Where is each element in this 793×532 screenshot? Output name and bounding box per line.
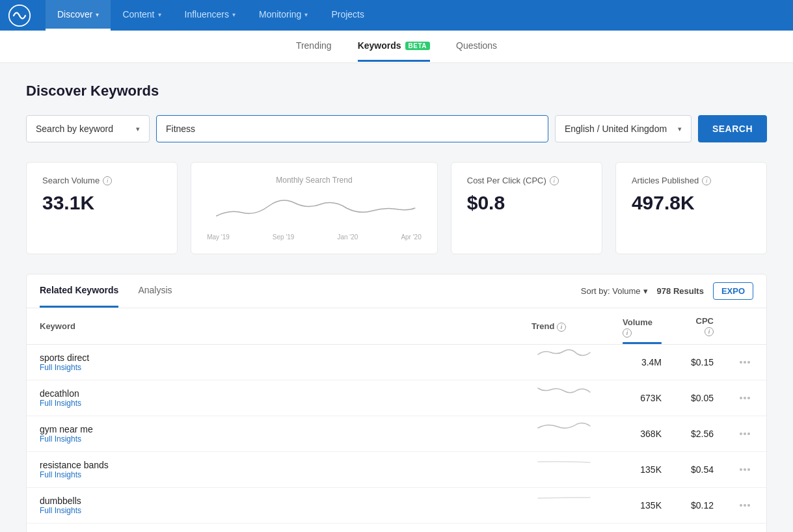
top-navigation: Discover ▾ Content ▾ Influencers ▾ Monit… xyxy=(0,0,793,31)
more-button-3[interactable] xyxy=(740,432,753,435)
logo[interactable] xyxy=(7,3,33,29)
nav-label-monitoring: Monitoring xyxy=(259,9,301,20)
articles-info-icon[interactable]: i xyxy=(702,176,711,185)
full-insights-link-2[interactable]: Full Insights xyxy=(40,399,505,416)
full-insights-link-3[interactable]: Full Insights xyxy=(40,434,505,451)
dot xyxy=(744,397,746,399)
language-label: English / United Kingdom xyxy=(565,124,667,134)
full-insights-link-4[interactable]: Full Insights xyxy=(40,470,505,487)
volume-sort-indicator xyxy=(623,342,662,344)
cpc-cell-1: $0.15 xyxy=(675,345,727,380)
cpc-cell-4: $0.54 xyxy=(675,452,727,488)
stat-card-cpc: Cost Per Click (CPC) i $0.8 xyxy=(451,162,602,254)
cpc-info-icon[interactable]: i xyxy=(550,176,559,185)
articles-label: Articles Published i xyxy=(632,176,751,185)
content-chevron-icon: ▾ xyxy=(158,11,161,18)
search-volume-label: Search Volume i xyxy=(42,176,161,185)
tab-questions[interactable]: Questions xyxy=(456,31,497,62)
trend-chart-title: Monthly Search Trend xyxy=(207,176,422,185)
cpc-cell-3: $2.56 xyxy=(675,416,727,452)
trend-sparkline-6 xyxy=(535,524,593,532)
tab-keywords-label: Keywords xyxy=(358,40,401,51)
keyword-name-2: decathlon xyxy=(40,380,505,399)
more-button-5[interactable] xyxy=(740,504,753,507)
sort-by-dropdown[interactable]: Sort by: Volume ▾ xyxy=(581,286,648,296)
language-dropdown[interactable]: English / United Kingdom ▾ xyxy=(555,115,692,142)
table-tabs: Related Keywords Analysis Sort by: Volum… xyxy=(27,274,766,308)
table-row: dumbbells Full Insights 135K $0.12 xyxy=(27,488,766,524)
nav-item-monitoring[interactable]: Monitoring ▾ xyxy=(247,0,319,31)
dot xyxy=(740,361,742,364)
cpc-label: Cost Per Click (CPC) i xyxy=(467,176,586,185)
more-cell-1 xyxy=(727,345,766,380)
col-header-more xyxy=(727,308,766,345)
trend-cell-2 xyxy=(518,380,610,400)
col-header-volume: Volume i xyxy=(610,308,675,345)
beta-badge: BETA xyxy=(405,42,430,50)
trend-sparkline-1 xyxy=(535,345,593,364)
nav-label-content: Content xyxy=(122,9,154,20)
keyword-name-3: gym near me xyxy=(40,416,505,434)
tab-trending[interactable]: Trending xyxy=(296,31,332,62)
stat-card-search-volume: Search Volume i 33.1K xyxy=(26,162,178,254)
language-chevron-icon: ▾ xyxy=(678,125,682,133)
table-row: sports direct Full Insights 3.4M $0.15 xyxy=(27,345,766,380)
nav-item-projects[interactable]: Projects xyxy=(319,0,376,31)
dot xyxy=(740,397,742,399)
table-controls: Sort by: Volume ▾ 978 Results EXPO xyxy=(581,276,753,306)
nav-item-content[interactable]: Content ▾ xyxy=(111,0,172,31)
trend-col-info-icon[interactable]: i xyxy=(557,323,566,332)
keyword-cell-5: dumbbells Full Insights xyxy=(27,488,518,524)
search-type-label: Search by keyword xyxy=(36,124,113,134)
search-button[interactable]: SEARCH xyxy=(698,115,767,142)
volume-cell-5: 135K xyxy=(610,488,675,524)
more-cell-2 xyxy=(727,380,766,416)
page-title: Discover Keywords xyxy=(26,83,767,100)
nav-item-discover[interactable]: Discover ▾ xyxy=(46,0,111,31)
col-header-keyword: Keyword xyxy=(27,308,518,345)
trend-cell-4 xyxy=(518,452,610,472)
keyword-name-4: resistance bands xyxy=(40,452,505,470)
dot xyxy=(744,361,746,364)
full-insights-link-5[interactable]: Full Insights xyxy=(40,506,505,523)
tab-questions-label: Questions xyxy=(456,40,497,51)
dot xyxy=(740,504,742,507)
keyword-name-1: sports direct xyxy=(40,345,505,363)
keyword-name-6: dumbbell set xyxy=(40,524,505,532)
trend-sparkline-5 xyxy=(535,488,593,507)
more-button-4[interactable] xyxy=(740,468,753,471)
trend-label-3: Apr '20 xyxy=(401,233,421,241)
nav-label-influencers: Influencers xyxy=(185,9,229,20)
nav-item-influencers[interactable]: Influencers ▾ xyxy=(173,0,247,31)
more-cell-6 xyxy=(727,524,766,533)
more-cell-5 xyxy=(727,488,766,524)
search-type-chevron-icon: ▾ xyxy=(136,125,140,133)
stat-card-articles: Articles Published i 497.8K xyxy=(615,162,767,254)
tab-keywords[interactable]: Keywords BETA xyxy=(358,31,430,62)
search-input[interactable] xyxy=(156,115,548,142)
dot xyxy=(747,361,750,364)
dot xyxy=(744,432,746,435)
more-button-2[interactable] xyxy=(740,397,753,399)
keyword-cell-6: dumbbell set Full Insights xyxy=(27,524,518,533)
trend-sparkline-2 xyxy=(535,380,593,400)
tab-analysis[interactable]: Analysis xyxy=(138,274,172,308)
table-body: sports direct Full Insights 3.4M $0.15 xyxy=(27,345,766,533)
tab-related-keywords[interactable]: Related Keywords xyxy=(40,274,118,308)
results-count: 978 Results xyxy=(657,286,704,296)
keyword-cell-1: sports direct Full Insights xyxy=(27,345,518,380)
cpc-col-info-icon[interactable]: i xyxy=(705,327,714,336)
nav-label-discover: Discover xyxy=(57,9,92,20)
trend-labels: May '19 Sep '19 Jan '20 Apr '20 xyxy=(207,233,422,241)
more-button-1[interactable] xyxy=(740,361,753,364)
full-insights-link-1[interactable]: Full Insights xyxy=(40,363,505,380)
dot xyxy=(740,468,742,471)
trend-cell-3 xyxy=(518,416,610,436)
search-volume-info-icon[interactable]: i xyxy=(103,176,112,185)
export-button[interactable]: EXPO xyxy=(713,282,753,300)
keywords-table-section: Related Keywords Analysis Sort by: Volum… xyxy=(26,274,767,532)
table-row: dumbbell set Full Insights 74K $0.12 xyxy=(27,524,766,533)
volume-col-info-icon[interactable]: i xyxy=(623,328,632,338)
search-type-dropdown[interactable]: Search by keyword ▾ xyxy=(26,115,150,142)
dot xyxy=(744,504,746,507)
